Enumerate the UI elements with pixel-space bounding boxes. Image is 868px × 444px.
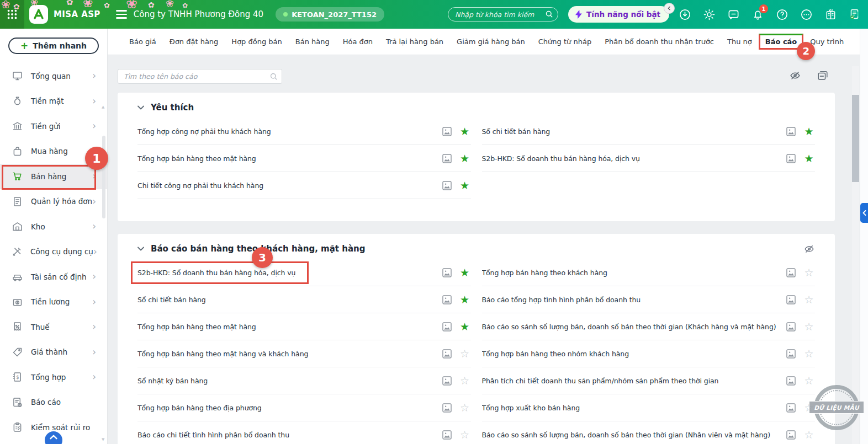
report-name-link[interactable]: Báo cáo chi tiết tình hình phân bổ doanh…: [137, 431, 437, 439]
sidebar-item[interactable]: Tiền mặt: [0, 89, 107, 114]
report-row[interactable]: Tổng hợp bán hàng theo địa phương: [137, 394, 471, 421]
report-row[interactable]: Tổng hợp bán hàng theo mặt hàng: [137, 145, 471, 172]
report-preview-image-icon[interactable]: [442, 295, 452, 305]
report-name-link[interactable]: Chi tiết công nợ phải thu khách hàng: [137, 181, 437, 190]
favorite-star-icon[interactable]: [803, 322, 815, 332]
report-preview-image-icon[interactable]: [786, 295, 796, 305]
report-preview-image-icon[interactable]: [442, 268, 452, 278]
search-icon[interactable]: [269, 72, 278, 83]
module-tab[interactable]: Chứng từ nháp: [532, 34, 598, 50]
module-tab[interactable]: Báo giá: [123, 34, 163, 50]
hide-section-eye-off-icon[interactable]: [803, 243, 815, 255]
module-tab[interactable]: Hợp đồng bán: [225, 34, 288, 50]
report-name-link[interactable]: S2b-HKD: Sổ doanh thu bán hàng hóa, dịch…: [137, 269, 437, 277]
favorite-star-icon[interactable]: [803, 403, 815, 413]
report-row[interactable]: Sổ chi tiết bán hàng: [482, 118, 816, 145]
report-row[interactable]: Phân tích chi tiết doanh thu sản phẩm/nh…: [482, 367, 816, 394]
notifications-bell-icon[interactable]: 1: [751, 8, 764, 21]
sidebar-item[interactable]: Bán hàng 1: [0, 164, 107, 189]
report-name-link[interactable]: Tổng hợp bán hàng theo mặt hàng và khách…: [137, 350, 437, 358]
report-preview-image-icon[interactable]: [442, 153, 452, 164]
report-row[interactable]: Báo cáo so sánh số lượng bán, doanh số b…: [482, 421, 816, 444]
module-tab[interactable]: Hóa đơn: [336, 34, 379, 50]
scroll-down-arrow-icon[interactable]: ▼: [102, 437, 104, 442]
report-name-link[interactable]: Phân tích chi tiết doanh thu sản phẩm/nh…: [482, 377, 782, 385]
report-name-link[interactable]: Tổng hợp bán hàng theo mặt hàng: [137, 154, 437, 163]
favorite-star-icon[interactable]: [459, 349, 471, 359]
report-row[interactable]: S2b-HKD: Sổ doanh thu bán hàng hóa, dịch…: [482, 145, 816, 172]
report-name-link[interactable]: Sổ chi tiết bán hàng: [137, 296, 437, 304]
report-name-link[interactable]: Tổng hợp bán hàng theo nhóm khách hàng: [482, 350, 782, 358]
chevron-down-icon[interactable]: [137, 105, 144, 110]
report-name-link[interactable]: Tổng hợp bán hàng theo khách hàng: [482, 269, 782, 277]
favorite-star-icon[interactable]: [803, 295, 815, 305]
report-name-link[interactable]: Sổ nhật ký bán hàng: [137, 377, 437, 385]
hide-reports-eye-off-icon[interactable]: [789, 69, 801, 82]
report-name-link[interactable]: Sổ chi tiết bán hàng: [482, 127, 782, 136]
report-preview-image-icon[interactable]: [786, 322, 796, 332]
sidebar-item[interactable]: Tài sản cố định: [0, 264, 107, 290]
chat-feedback-icon[interactable]: [727, 8, 740, 21]
sidebar-item[interactable]: Thuế: [0, 314, 107, 340]
report-name-link[interactable]: Tổng hợp bán hàng theo địa phương: [137, 404, 437, 412]
report-row[interactable]: Tổng hợp công nợ phải thu khách hàng: [137, 118, 471, 145]
report-preview-image-icon[interactable]: [442, 403, 452, 413]
report-row[interactable]: Tổng hợp bán hàng theo nhóm khách hàng: [482, 340, 816, 367]
report-name-link[interactable]: Báo cáo tổng hợp tình hình phân bổ doanh…: [482, 296, 782, 304]
module-tab[interactable]: Giảm giá hàng bán: [450, 34, 532, 50]
workspace-badge[interactable]: KETOAN_2027_TT152: [276, 7, 384, 22]
global-search-input[interactable]: [448, 7, 558, 22]
report-name-link[interactable]: Tổng hợp công nợ phải thu khách hàng: [137, 127, 437, 136]
module-tab[interactable]: Báo cáo 2: [759, 34, 804, 50]
report-preview-image-icon[interactable]: [442, 349, 452, 359]
report-preview-image-icon[interactable]: [786, 153, 796, 164]
hamburger-menu-icon[interactable]: [116, 10, 127, 18]
favorite-star-icon[interactable]: [803, 126, 815, 137]
module-tab[interactable]: Bán hàng: [289, 34, 336, 50]
report-row[interactable]: Báo cáo chi tiết tình hình phân bổ doanh…: [137, 421, 471, 444]
report-row[interactable]: Tổng hợp bán hàng theo mặt hàng: [137, 313, 471, 340]
sidebar-item[interactable]: Quản lý hóa đơn: [0, 189, 107, 215]
report-row[interactable]: Báo cáo so sánh số lượng bán, doanh số b…: [482, 313, 816, 340]
scroll-up-arrow-icon[interactable]: ▲: [102, 105, 104, 109]
report-preview-image-icon[interactable]: [786, 349, 796, 359]
module-tab[interactable]: Đơn đặt hàng: [163, 34, 225, 50]
featured-functions-button[interactable]: Tính năng nổi bật: [568, 6, 669, 23]
report-row[interactable]: 3 S2b-HKD: Sổ doanh thu bán hàng hóa, dị…: [137, 259, 471, 286]
report-search-input[interactable]: [118, 69, 282, 84]
report-name-link[interactable]: Báo cáo so sánh số lượng bán, doanh số b…: [482, 431, 782, 439]
sidebar-item[interactable]: Tiền lương: [0, 290, 107, 315]
favorite-star-icon[interactable]: [459, 376, 471, 386]
module-tab[interactable]: Phân bổ doanh thu nhận trước: [598, 34, 721, 50]
report-preview-image-icon[interactable]: [786, 376, 796, 386]
report-preview-image-icon[interactable]: [442, 430, 452, 440]
sidebar-item[interactable]: Kho: [0, 214, 107, 239]
report-row[interactable]: Sổ nhật ký bán hàng: [137, 367, 471, 394]
report-preview-image-icon[interactable]: [786, 403, 796, 413]
search-icon[interactable]: [544, 9, 554, 21]
sidebar-item[interactable]: Tiền gửi: [0, 114, 107, 139]
favorite-star-icon[interactable]: [459, 153, 471, 164]
favorite-star-icon[interactable]: [803, 268, 815, 278]
report-row[interactable]: Tổng hợp xuất kho bán hàng: [482, 394, 816, 421]
favorite-star-icon[interactable]: [803, 376, 815, 386]
sidebar-item[interactable]: Giá thành: [0, 340, 107, 365]
favorite-star-icon[interactable]: [459, 180, 471, 191]
report-name-link[interactable]: S2b-HKD: Sổ doanh thu bán hàng hóa, dịch…: [482, 154, 782, 163]
report-row[interactable]: Chi tiết công nợ phải thu khách hàng: [137, 172, 471, 199]
report-name-link[interactable]: Tổng hợp bán hàng theo mặt hàng: [137, 323, 437, 331]
sidebar-item[interactable]: Công cụ dụng cụ: [0, 239, 107, 265]
favorite-star-icon[interactable]: [803, 430, 815, 440]
report-preview-image-icon[interactable]: [786, 430, 796, 440]
report-preview-image-icon[interactable]: [442, 126, 452, 137]
quick-add-button[interactable]: Thêm nhanh: [8, 38, 99, 54]
collapse-all-sections-icon[interactable]: [817, 69, 829, 82]
report-name-link[interactable]: Báo cáo so sánh số lượng bán, doanh số b…: [482, 323, 782, 331]
app-launcher-grid-icon[interactable]: [0, 0, 24, 29]
module-tab[interactable]: Trả lại hàng bán: [379, 34, 450, 50]
collapse-feature-pill-button[interactable]: [664, 3, 675, 14]
report-preview-image-icon[interactable]: [442, 322, 452, 332]
report-preview-image-icon[interactable]: [442, 180, 452, 191]
report-row[interactable]: Báo cáo tổng hợp tình hình phân bổ doanh…: [482, 286, 816, 313]
favorite-star-icon[interactable]: [803, 153, 815, 164]
